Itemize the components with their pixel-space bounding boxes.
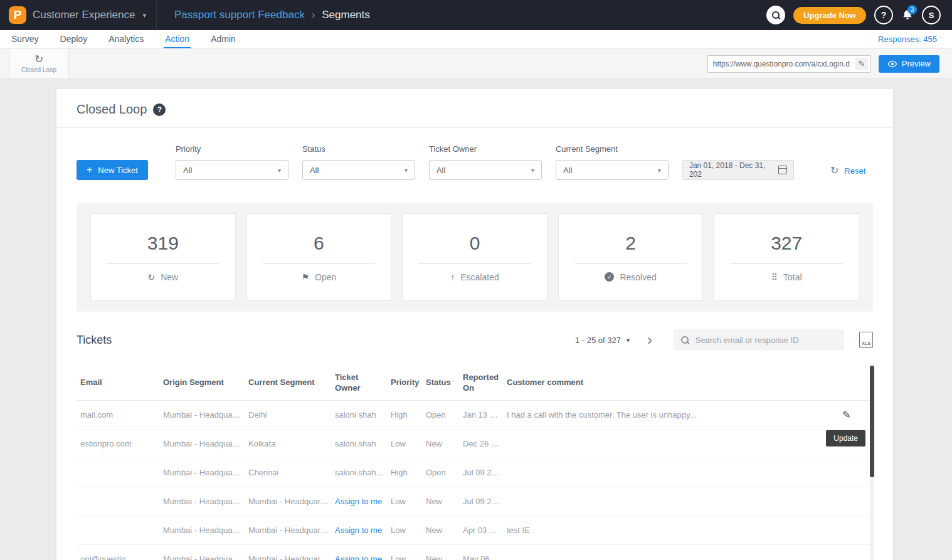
global-search-button[interactable] [766, 6, 785, 24]
table-row: oni@questioMumbai - HeadquartersMumbai -… [77, 545, 873, 560]
priority-cell: Low [391, 439, 426, 448]
origin-segment-cell: Mumbai - Headquarters [163, 554, 248, 560]
chevron-down-icon: ▾ [278, 167, 281, 174]
email-cell: mail.com [77, 410, 163, 420]
priority-label: Priority [176, 144, 288, 154]
reset-filters-button[interactable]: ↻ Reset [830, 166, 865, 180]
tab-analytics[interactable]: Analytics [107, 30, 145, 48]
column-header-priority: Priority [391, 378, 426, 388]
update-tooltip: Update [826, 430, 865, 446]
divider [107, 263, 219, 264]
chevron-down-icon: ▾ [142, 11, 146, 19]
search-icon [681, 336, 689, 344]
origin-segment-cell: Mumbai - Headquarters [163, 439, 248, 448]
question-icon: ? [881, 10, 887, 20]
column-header-reported-on: Reported On [463, 372, 507, 393]
card-header: Closed Loop ? [56, 89, 893, 128]
tickets-table-body: mail.comMumbai - HeadquartersDelhisaloni… [77, 401, 873, 560]
date-range-picker[interactable]: Jan 01, 2018 - Dec 31, 202 [682, 160, 794, 180]
notifications-button[interactable]: 3 [901, 9, 914, 21]
tab-deploy[interactable]: Deploy [59, 30, 89, 48]
preview-button-label: Preview [902, 59, 931, 68]
current-segment-select[interactable]: All ▾ [556, 160, 669, 180]
status-select[interactable]: All ▾ [302, 160, 415, 180]
tickets-title: Tickets [77, 334, 112, 347]
column-header-customer-comment: Customer comment [507, 378, 824, 388]
next-page-button[interactable]: › [647, 332, 652, 347]
origin-segment-cell: Mumbai - Headquarters [163, 526, 248, 535]
preview-button[interactable]: Preview [879, 55, 939, 73]
tab-survey[interactable]: Survey [10, 30, 40, 48]
email-cell: oni@questio [77, 554, 163, 560]
status-cell: New [426, 554, 463, 560]
closed-loop-tool[interactable]: ↻ Closed Loop [9, 49, 69, 79]
status-cell: New [426, 439, 463, 448]
breadcrumb-survey-link[interactable]: Passport support Feedback [174, 9, 305, 21]
ticket-owner-value: All [436, 166, 445, 175]
reported-on-cell: May 06 2019 [463, 554, 507, 560]
table-header-row: Email Origin Segment Current Segment Tic… [77, 366, 873, 401]
tab-action[interactable]: Action [164, 30, 191, 48]
export-xls-button[interactable]: XLS [859, 332, 873, 348]
filter-ticket-owner: Ticket Owner All ▾ [429, 144, 542, 180]
upgrade-now-button[interactable]: Upgrade Now [793, 7, 866, 24]
ticket-owner-cell[interactable]: Assign to me [335, 554, 391, 560]
closed-loop-help-button[interactable]: ? [153, 103, 166, 116]
product-name: Customer Experience [33, 9, 135, 21]
flag-icon: ⚑ [301, 273, 309, 282]
product-switcher[interactable]: P Customer Experience ▾ [0, 0, 157, 30]
divider [418, 263, 531, 264]
chevron-down-icon: ▾ [658, 167, 661, 174]
help-button[interactable]: ? [874, 6, 893, 24]
stat-value: 0 [470, 233, 480, 254]
priority-value: All [183, 166, 192, 175]
ticket-owner-cell: saloni.shah [335, 439, 391, 448]
edit-ticket-button[interactable]: ✎ [837, 405, 857, 425]
reported-on-cell: Apr 03 2019 [463, 526, 507, 535]
reported-on-cell: Jan 13 2020 [463, 410, 507, 420]
current-segment-value: All [563, 166, 572, 175]
search-icon [772, 11, 780, 19]
stat-card-resolved: 2 ✓ Resolved [558, 213, 704, 301]
table-scrollbar-thumb[interactable] [870, 366, 874, 477]
pagination-dropdown[interactable]: 1 - 25 of 327 ▾ [575, 335, 630, 345]
new-ticket-button[interactable]: + New Ticket [77, 160, 148, 180]
table-scrollbar-track [870, 366, 874, 560]
reset-label: Reset [844, 166, 865, 176]
eye-icon [887, 60, 897, 68]
status-cell: Open [426, 468, 463, 477]
date-range-value: Jan 01, 2018 - Dec 31, 202 [689, 161, 778, 179]
reported-on-cell: Dec 26 2019 [463, 439, 507, 448]
table-row: Mumbai - HeadquartersMumbai - Headquarte… [77, 516, 873, 545]
ticket-owner-select[interactable]: All ▾ [429, 160, 542, 180]
filter-current-segment: Current Segment All ▾ [556, 144, 669, 180]
origin-segment-cell: Mumbai - Headquarters [163, 410, 248, 420]
divider [263, 263, 375, 264]
priority-cell: Low [391, 554, 426, 560]
stat-card-total: 327 ⠿ Total [714, 213, 859, 301]
tab-admin[interactable]: Admin [209, 30, 237, 48]
stat-value: 2 [625, 233, 636, 254]
priority-select[interactable]: All ▾ [176, 160, 288, 180]
ticket-owner-cell[interactable]: Assign to me [335, 526, 391, 535]
edit-url-button[interactable]: ✎ [855, 58, 868, 70]
toolbar-right: ✎ Preview [707, 55, 952, 73]
tickets-search-input[interactable] [695, 335, 837, 345]
current-segment-cell: Kolkata [248, 439, 335, 448]
ticket-owner-cell[interactable]: Assign to me [335, 497, 391, 506]
comment-cell: test IE [507, 526, 824, 535]
tickets-search [674, 329, 844, 351]
divider [574, 263, 687, 264]
chevron-down-icon: ▾ [405, 167, 408, 174]
refresh-icon: ↻ [830, 166, 838, 176]
status-label: Status [302, 144, 415, 154]
survey-url-input[interactable] [707, 55, 870, 73]
status-cell: New [426, 497, 463, 506]
filter-priority: Priority All ▾ [176, 144, 288, 180]
stat-value: 327 [771, 233, 802, 254]
questionpro-logo[interactable]: P [9, 6, 26, 24]
status-cell: New [426, 526, 463, 535]
chevron-down-icon: ▾ [531, 167, 534, 174]
user-avatar[interactable]: S [922, 6, 941, 24]
stat-label: Total [783, 272, 802, 282]
